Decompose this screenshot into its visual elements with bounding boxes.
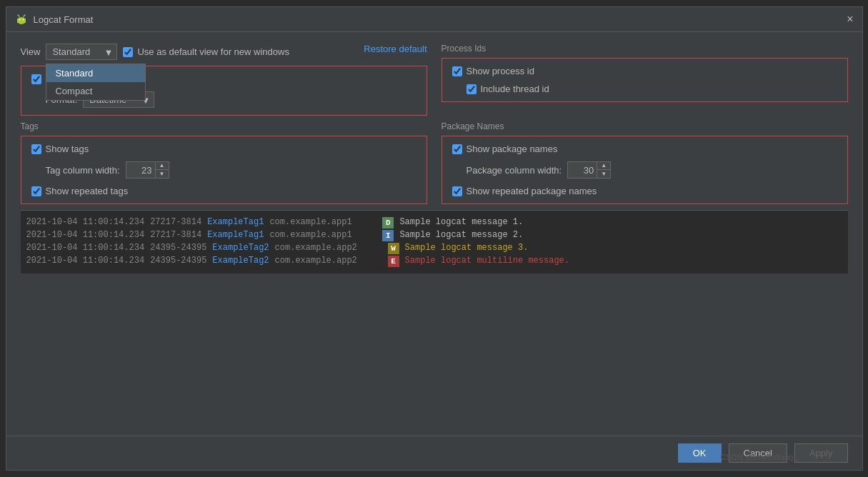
log-message-1: Sample logcat message 2. <box>399 230 842 240</box>
use-default-checkbox[interactable] <box>123 47 133 57</box>
dropdown-item-compact[interactable]: Compact <box>46 82 145 100</box>
process-ids-section-label: Process Ids <box>442 44 848 54</box>
log-pid-1: 27217-3814 <box>150 230 201 240</box>
svg-point-3 <box>22 19 24 21</box>
view-label: View <box>21 46 41 57</box>
log-row: 2021-10-04 11:00:14.234 24395-24395 Exam… <box>21 255 848 268</box>
tag-width-decrement-button[interactable]: ▼ <box>156 170 169 178</box>
log-timestamp-1: 2021-10-04 11:00:14.234 <box>26 230 145 240</box>
process-ids-box: Show process id Include thread id <box>442 58 848 102</box>
show-tags-checkbox[interactable] <box>31 144 41 154</box>
include-thread-id-wrapper[interactable]: Include thread id <box>452 84 837 94</box>
log-tag-1: ExampleTag1 <box>207 230 264 240</box>
log-preview-area: 2021-10-04 11:00:14.234 27217-3814 Examp… <box>21 210 848 273</box>
use-default-label: Use as default view for new windows <box>137 46 289 57</box>
package-column-width-label: Package column width: <box>467 165 562 176</box>
show-package-names-label: Show package names <box>467 144 558 154</box>
top-left-panel: View Standard Compact ▼ Standard Compact <box>21 44 427 116</box>
show-process-id-label: Show process id <box>467 66 534 76</box>
show-repeated-package-checkbox[interactable] <box>452 186 462 196</box>
log-row: 2021-10-04 11:00:14.234 27217-3814 Examp… <box>21 216 848 229</box>
show-process-id-checkbox[interactable] <box>452 66 462 76</box>
show-timestamp-checkbox[interactable] <box>31 74 41 84</box>
dialog-footer: OK Cancel Apply CSDN @LewisWang_ <box>6 436 862 470</box>
log-timestamp-0: 2021-10-04 11:00:14.234 <box>26 217 145 227</box>
log-tag-2: ExampleTag2 <box>212 243 269 253</box>
log-timestamp-3: 2021-10-04 11:00:14.234 <box>26 256 145 266</box>
log-package-0: com.example.app1 <box>269 217 376 227</box>
package-width-decrement-button[interactable]: ▼ <box>597 170 610 178</box>
android-icon <box>15 13 28 26</box>
dialog-title: Logcat Format <box>34 14 94 25</box>
include-thread-id-label: Include thread id <box>481 84 549 94</box>
watermark: CSDN @LewisWang_ <box>721 453 798 461</box>
tags-section-label: Tags <box>21 121 427 131</box>
tag-width-input[interactable] <box>126 164 155 177</box>
tag-width-increment-button[interactable]: ▲ <box>156 162 169 170</box>
close-button[interactable]: × <box>847 14 853 25</box>
log-level-badge-3: E <box>388 256 399 267</box>
log-tag-3: ExampleTag2 <box>212 256 269 266</box>
dialog-body: View Standard Compact ▼ Standard Compact <box>6 32 862 436</box>
svg-line-4 <box>18 15 19 16</box>
package-width-increment-button[interactable]: ▲ <box>597 162 610 170</box>
svg-line-5 <box>24 15 25 16</box>
show-repeated-tags-label: Show repeated tags <box>46 186 129 196</box>
apply-button[interactable]: Apply <box>794 443 848 463</box>
show-repeated-tags-checkbox[interactable] <box>31 186 41 196</box>
log-level-badge-1: I <box>382 230 394 241</box>
show-package-names-checkbox[interactable] <box>452 144 462 154</box>
log-message-0: Sample logcat message 1. <box>399 217 842 227</box>
show-tags-wrapper[interactable]: Show tags <box>31 144 416 154</box>
logcat-format-dialog: Logcat Format × View Standard Compact ▼ <box>6 6 863 471</box>
log-pid-0: 27217-3814 <box>150 217 201 227</box>
tag-width-spinner: ▲ ▼ <box>126 161 169 179</box>
package-width-spinner: ▲ ▼ <box>567 161 611 179</box>
show-repeated-tags-wrapper[interactable]: Show repeated tags <box>31 186 416 196</box>
ok-button[interactable]: OK <box>678 443 722 463</box>
package-width-input[interactable] <box>568 164 597 177</box>
use-default-checkbox-wrapper[interactable]: Use as default view for new windows <box>123 46 289 57</box>
view-row: View Standard Compact ▼ Standard Compact <box>21 44 427 60</box>
package-names-box: Show package names Package column width:… <box>442 136 848 204</box>
log-message-2: Sample logcat message 3. <box>405 243 842 253</box>
tag-width-spinner-buttons: ▲ ▼ <box>155 162 169 178</box>
process-ids-section: Show process id Include thread id <box>442 58 848 102</box>
svg-rect-1 <box>17 19 26 23</box>
log-package-1: com.example.app1 <box>269 230 376 240</box>
show-process-id-wrapper[interactable]: Show process id <box>452 66 837 76</box>
package-column-width-row: Package column width: ▲ ▼ <box>452 161 837 179</box>
show-tags-label: Show tags <box>46 144 89 154</box>
log-pid-3: 24395-24395 <box>150 256 206 266</box>
show-repeated-package-wrapper[interactable]: Show repeated package names <box>452 186 837 196</box>
show-repeated-package-label: Show repeated package names <box>467 186 597 196</box>
log-level-badge-0: D <box>382 217 394 229</box>
show-package-names-wrapper[interactable]: Show package names <box>452 144 837 154</box>
log-row: 2021-10-04 11:00:14.234 24395-24395 Exam… <box>21 242 848 255</box>
log-tag-0: ExampleTag1 <box>207 217 264 227</box>
package-names-panel: Package Names Show package names Package… <box>442 121 848 204</box>
dropdown-item-standard[interactable]: Standard <box>46 64 145 82</box>
tags-panel: Tags Show tags Tag column width: ▲ ▼ <box>21 121 427 204</box>
restore-default-link[interactable]: Restore default <box>364 44 426 54</box>
view-select[interactable]: Standard Compact <box>46 44 117 60</box>
view-dropdown-menu: Standard Compact <box>46 64 146 101</box>
tags-box: Show tags Tag column width: ▲ ▼ <box>21 136 427 204</box>
title-bar: Logcat Format × <box>6 7 862 32</box>
include-thread-id-checkbox[interactable] <box>467 84 477 94</box>
bottom-sections: Tags Show tags Tag column width: ▲ ▼ <box>21 121 848 204</box>
view-select-wrapper: Standard Compact ▼ Standard Compact <box>46 44 117 60</box>
package-names-section-label: Package Names <box>442 121 848 131</box>
log-pid-2: 24395-24395 <box>150 243 206 253</box>
svg-point-2 <box>19 19 20 21</box>
log-package-3: com.example.app2 <box>275 256 382 266</box>
top-right-panel: Process Ids Show process id Include thre… <box>442 44 848 116</box>
log-message-3: Sample logcat multiline message. <box>405 256 842 266</box>
log-package-2: com.example.app2 <box>275 243 382 253</box>
log-row: 2021-10-04 11:00:14.234 27217-3814 Examp… <box>21 229 848 242</box>
top-section: View Standard Compact ▼ Standard Compact <box>21 44 848 116</box>
package-width-spinner-buttons: ▲ ▼ <box>597 162 610 178</box>
log-level-badge-2: W <box>388 243 399 254</box>
tag-column-width-label: Tag column width: <box>46 165 120 176</box>
log-timestamp-2: 2021-10-04 11:00:14.234 <box>26 243 145 253</box>
